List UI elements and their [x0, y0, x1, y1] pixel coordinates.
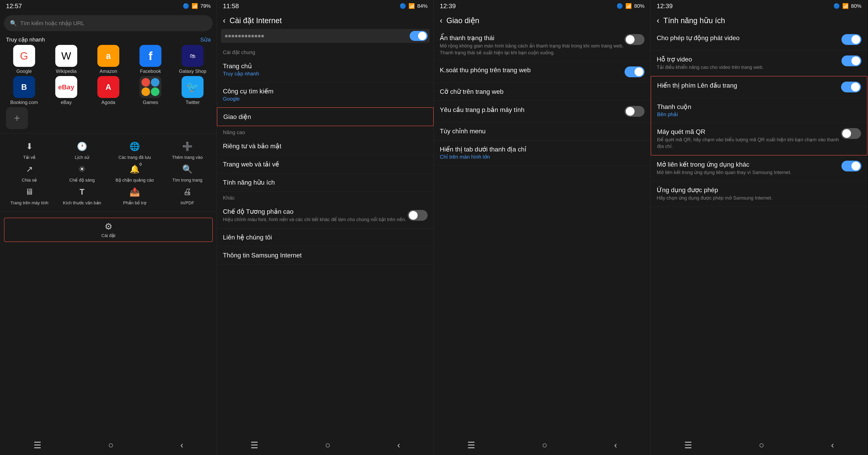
contact-setting[interactable]: Liên hệ chúng tôi: [217, 228, 434, 246]
scroll-top-toggle[interactable]: [841, 82, 861, 92]
distribute-item[interactable]: 📤 Phần bố trợ: [110, 185, 160, 206]
list-item[interactable]: eBay eBay: [46, 76, 86, 105]
useful-setting[interactable]: Tính năng hữu ích: [217, 174, 434, 191]
nav-menu-3[interactable]: ☰: [461, 438, 481, 452]
battery-4: 80%: [851, 3, 861, 9]
share-icon: ↗: [22, 162, 36, 176]
info-setting[interactable]: Thông tin Samsung Internet: [217, 246, 434, 265]
autoplay-toggle[interactable]: [841, 34, 861, 45]
allowed-apps-setting[interactable]: Ứng dụng được phép Hãy chọn ứng dụng đượ…: [651, 181, 867, 207]
nav-back-1[interactable]: ‹: [175, 438, 189, 452]
nav-back-2[interactable]: ‹: [391, 438, 406, 452]
webdownload-setting[interactable]: Trang web và tải về: [217, 155, 434, 174]
download-label: Tải về: [23, 155, 35, 160]
icon-label: Wikipedia: [56, 68, 76, 74]
hide-status-toggle[interactable]: [625, 34, 645, 45]
list-item[interactable]: 🛍 Galaxy Shop: [173, 45, 213, 74]
settings-item[interactable]: ⚙ Cài đặt: [4, 218, 213, 242]
contrast-desc: Hiệu chỉnh màu font, hình nền và các chi…: [223, 216, 408, 223]
nav-home-1[interactable]: ○: [102, 438, 120, 452]
textsize-icon: T: [75, 185, 89, 199]
back-button-4[interactable]: ‹: [657, 16, 659, 25]
nav-menu-1[interactable]: ☰: [28, 438, 47, 452]
custom-menu-setting[interactable]: Tùy chỉnh menu: [434, 122, 651, 140]
icon-grid: G Google W Wikipedia a Amazon f Facebook…: [0, 45, 217, 105]
show-tab-setting[interactable]: Hiển thị tab dưới thanh địa chỉ Chỉ trên…: [434, 140, 651, 165]
status-icons-2: 🔵 📶 84%: [400, 3, 428, 9]
nav-menu-4[interactable]: ☰: [678, 438, 698, 452]
hide-status-desc: Mở rộng không gian màn hình bằng cách ẩn…: [440, 42, 625, 56]
history-item[interactable]: 🕐 Lịch sử: [57, 139, 107, 160]
list-item[interactable]: Games: [130, 76, 170, 105]
qr-circle: [842, 129, 851, 138]
zoom-content: K.soát thu phóng trên trang web: [440, 66, 625, 74]
nav-home-3[interactable]: ○: [536, 438, 553, 452]
download-item[interactable]: ⬇ Tải về: [4, 139, 55, 160]
icon-label: Galaxy Shop: [179, 68, 206, 74]
list-item[interactable]: W Wikipedia: [46, 45, 86, 74]
nav-back-4[interactable]: ‹: [825, 438, 840, 452]
text-size-item[interactable]: T Kích thước văn bản: [57, 185, 107, 206]
hide-status-setting: Ẩn thanh trạng thái Mở rộng không gian m…: [434, 29, 651, 61]
history-label: Lịch sử: [75, 155, 89, 160]
list-item[interactable]: A Agoda: [88, 76, 128, 105]
nav-bar-2: ☰ ○ ‹: [217, 435, 434, 455]
toggle-off-circle2: [626, 107, 634, 116]
open-links-setting: Mở liên kết trong ứng dụng khác Mở liên …: [651, 155, 867, 181]
scroll-top-circle: [851, 83, 860, 91]
zoom-toggle[interactable]: [625, 66, 645, 77]
scroll-bar-setting[interactable]: Thanh cuộn Bên phải: [651, 98, 867, 123]
qr-toggle[interactable]: [841, 128, 861, 139]
list-item[interactable]: B Booking.com: [4, 76, 44, 105]
nav-back-3[interactable]: ‹: [608, 438, 623, 452]
edit-button[interactable]: Sửa: [200, 36, 211, 43]
contrast-toggle[interactable]: [408, 210, 428, 221]
list-item[interactable]: a Amazon: [88, 45, 128, 74]
desktop-mode-title: Yêu cầu trang p.bản máy tính: [440, 106, 625, 114]
list-item[interactable]: 🐦 Twitter: [173, 76, 213, 105]
share-item[interactable]: ↗ Chia sẻ: [4, 162, 55, 183]
toggle-off-circle: [626, 35, 634, 44]
video-support-content: Hỗ trợ video Tải điều khiển nâng cao cho…: [657, 56, 841, 71]
settings-label: Cài đặt: [101, 233, 115, 238]
nav-menu-2[interactable]: ☰: [244, 438, 264, 452]
video-support-toggle[interactable]: [841, 56, 861, 66]
url-toggle[interactable]: [410, 31, 428, 41]
panel-browser: 12:57 🔵 📶 79% 🔍 Tìm kiếm hoặc nhập URL T…: [0, 0, 217, 455]
desktop-mode-toggle[interactable]: [625, 106, 645, 117]
homepage-setting[interactable]: Trang chủ Truy cập nhanh: [217, 57, 434, 82]
list-item[interactable]: G Google: [4, 45, 44, 74]
add-tab-button[interactable]: +: [6, 107, 28, 129]
appearance-setting[interactable]: Giao diện: [217, 108, 434, 126]
toggle-circle: [418, 32, 426, 40]
back-button-3[interactable]: ‹: [440, 16, 442, 25]
status-icons-3: 🔵 📶 80%: [617, 3, 645, 9]
bottom-menu: ⬇ Tải về 🕐 Lịch sử 🌐 Các trang đã lưu ➕ …: [0, 137, 217, 208]
desktop-mode-item[interactable]: 🖥 Trang trên máy tính: [4, 185, 55, 206]
settings-gear-icon: ⚙: [104, 221, 112, 232]
back-button-2[interactable]: ‹: [223, 16, 225, 25]
share-label: Chia sẻ: [22, 178, 37, 183]
status-bar-4: 12:39 🔵 📶 80%: [651, 0, 867, 12]
divider: [0, 133, 217, 133]
brightness-item[interactable]: ☀ Chế độ sáng: [57, 162, 107, 183]
nav-home-4[interactable]: ○: [753, 438, 770, 452]
font-size-setting[interactable]: Cỡ chữ trên trang web: [434, 83, 651, 101]
find-item[interactable]: 🔍 Tìm trong trang: [162, 162, 213, 183]
privacy-setting[interactable]: Riêng tư và bảo mật: [217, 137, 434, 155]
list-item[interactable]: f Facebook: [130, 45, 170, 74]
games-icon: [140, 76, 161, 98]
add-to-page-item[interactable]: ➕ Thêm trang vào: [162, 139, 213, 160]
scroll-bar-sub: Bên phải: [657, 111, 861, 118]
saved-pages-item[interactable]: 🌐 Các trang đã lưu: [110, 139, 160, 160]
open-links-toggle[interactable]: [841, 161, 861, 172]
adblock-item[interactable]: 🔔 0 Bộ chặn quảng cáo: [110, 162, 160, 183]
nav-home-2[interactable]: ○: [319, 438, 336, 452]
zoom-setting: K.soát thu phóng trên trang web: [434, 61, 651, 83]
p4-header: ‹ Tính năng hữu ích: [651, 12, 867, 29]
agoda-icon: A: [97, 76, 119, 98]
search-tool-setting[interactable]: Công cụ tìm kiếm Google: [217, 82, 434, 108]
print-item[interactable]: 🖨 In/PDF: [162, 185, 213, 206]
search-bar[interactable]: 🔍 Tìm kiếm hoặc nhập URL: [4, 15, 213, 31]
open-links-content: Mở liên kết trong ứng dụng khác Mở liên …: [657, 161, 841, 176]
